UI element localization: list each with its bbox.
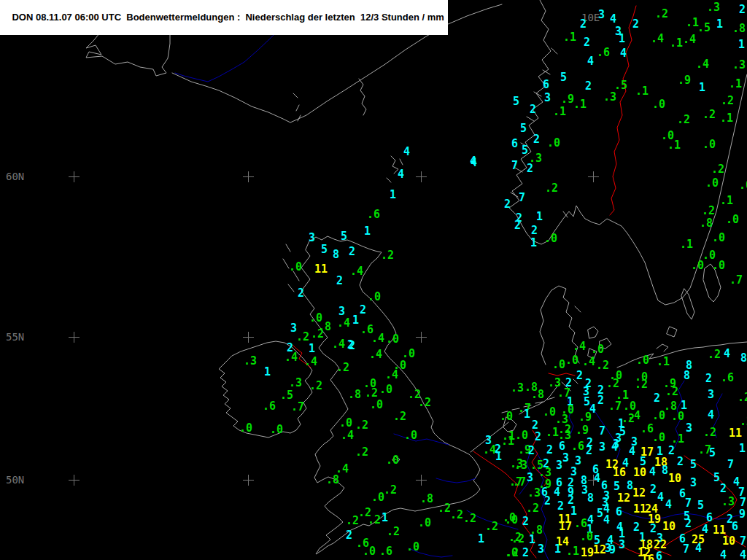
station-precip-value: 3	[527, 473, 533, 482]
station-precip-value: .3	[538, 468, 551, 477]
station-precip-value: .1	[670, 39, 683, 47]
station-precip-value: .0	[500, 412, 513, 421]
station-precip-value: .2	[355, 448, 368, 456]
station-precip-value: .2	[387, 527, 400, 536]
station-precip-value: 1	[536, 212, 543, 221]
station-precip-value: .0	[652, 411, 665, 420]
station-precip-value: 2	[535, 432, 541, 441]
station-precip-value: 4	[403, 147, 410, 156]
station-precip-value: 2	[580, 20, 587, 28]
station-precip-value: .2	[381, 251, 394, 260]
station-precip-value: .7	[291, 402, 304, 411]
station-precip-value: .5	[614, 81, 627, 90]
station-precip-value: .2	[596, 361, 609, 370]
station-precip-value: 5	[597, 509, 603, 518]
station-precip-value: 3	[598, 10, 605, 19]
station-precip-value: 5	[341, 232, 347, 241]
station-precip-value: 4	[470, 157, 476, 166]
station-precip-value: 16	[641, 555, 654, 560]
station-precip-value: 2	[585, 82, 592, 90]
station-precip-value: 1	[657, 447, 663, 456]
station-precip-value: 6	[543, 80, 549, 89]
station-precip-value: 4	[740, 551, 746, 559]
station-precip-value: .0	[404, 431, 417, 440]
latitude-label: 50N	[6, 475, 24, 484]
station-precip-value: .4	[332, 340, 345, 349]
station-precip-value: 4	[649, 467, 656, 476]
station-precip-value: .5	[697, 23, 711, 32]
station-precip-value: 8	[740, 354, 747, 362]
station-precip-value: .2	[418, 398, 431, 407]
station-precip-value: .0	[671, 412, 684, 421]
station-precip-value: 10	[662, 522, 676, 531]
station-precip-value: 3	[570, 467, 577, 476]
station-precip-value: 7	[511, 161, 518, 170]
station-precip-value: 4	[657, 493, 664, 502]
station-precip-value: 1	[554, 545, 561, 553]
station-precip-value: 10	[633, 468, 646, 477]
station-precip-value: .2	[526, 504, 539, 513]
station-precip-value: 2	[532, 421, 538, 429]
graticule-cross	[69, 332, 80, 343]
station-precip-value: 3	[613, 440, 619, 448]
graticule-cross	[243, 475, 254, 486]
station-precip-value: 1	[529, 535, 535, 544]
station-precip-value: .4	[582, 357, 595, 366]
station-precip-value: 3	[575, 456, 581, 465]
station-precip-value: 4	[724, 349, 730, 358]
station-precip-value: 7	[599, 427, 605, 435]
station-precip-value: .1	[720, 196, 733, 205]
station-precip-value: .2	[665, 387, 678, 396]
station-precip-value: .1	[563, 33, 576, 42]
station-precip-value: .0	[379, 385, 392, 394]
station-precip-value: 7	[740, 498, 746, 507]
station-precip-value: 12	[617, 494, 630, 502]
station-precip-value: 1	[495, 452, 502, 461]
station-precip-value: 1	[699, 83, 705, 92]
station-precip-value: .8	[420, 494, 433, 503]
station-precip-value: .2	[702, 206, 715, 215]
station-precip-value: 2	[720, 484, 727, 493]
map-title-text: DON 08.11.07 06:00 UTC Bodenwettermeldun…	[12, 12, 444, 23]
station-precip-value: .6	[721, 373, 734, 382]
station-precip-value: .9	[576, 426, 589, 435]
station-precip-value: 4	[695, 544, 702, 553]
station-precip-value: .3	[721, 497, 735, 506]
station-precip-value: .2	[511, 534, 525, 543]
station-precip-value: .2	[346, 516, 359, 525]
station-precip-value: .0	[339, 419, 352, 427]
station-precip-value: 1	[739, 444, 746, 453]
station-precip-value: 2	[360, 306, 366, 314]
station-precip-value: .0	[547, 139, 560, 147]
station-precip-value: .7	[513, 478, 526, 486]
station-precip-value: .1	[502, 432, 515, 440]
station-precip-value: 3	[538, 545, 544, 553]
station-precip-value: 6	[706, 513, 713, 522]
station-precip-value: .6	[367, 210, 380, 219]
station-precip-value: 3	[544, 93, 551, 102]
station-precip-value: 2	[677, 457, 684, 466]
station-precip-value: 3	[556, 461, 562, 470]
station-precip-value: .0	[726, 215, 739, 224]
latitude-label: 60N	[6, 172, 24, 181]
station-precip-value: 2	[528, 446, 535, 455]
station-precip-value: 2	[650, 524, 657, 533]
station-precip-value: .1	[616, 391, 629, 400]
station-precip-value: 2	[349, 247, 355, 256]
station-precip-value: .4	[350, 267, 363, 276]
station-precip-value: 7	[727, 460, 734, 469]
station-precip-value: 4	[603, 505, 610, 513]
station-precip-value: 3	[599, 443, 605, 451]
station-precip-value: 2	[546, 446, 553, 454]
station-precip-value: 3	[686, 424, 692, 432]
station-precip-value: 5	[614, 482, 620, 491]
station-precip-value: 2	[514, 221, 521, 230]
graticule-cross	[243, 332, 254, 343]
station-precip-value: 6	[616, 508, 622, 516]
station-precip-value: .0	[544, 234, 557, 243]
station-precip-value: .0	[580, 532, 593, 541]
station-precip-value: 10	[722, 537, 735, 545]
weather-map-screen: .0.22.33422.1.51.831.12.4.1.41.644.4.35.…	[0, 0, 747, 560]
station-precip-value: .0	[712, 233, 725, 242]
station-precip-value: .1	[553, 107, 566, 116]
